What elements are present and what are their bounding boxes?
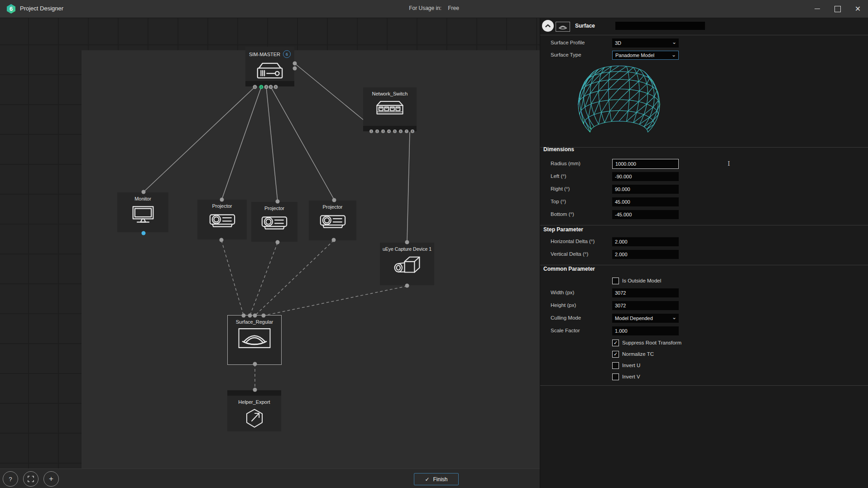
chevron-down-icon: ⌄ <box>672 314 676 321</box>
help-button[interactable]: ? <box>3 471 18 487</box>
width-label: Width (px) <box>551 290 574 295</box>
media-server-icon <box>256 61 284 80</box>
collapse-panel-button[interactable] <box>542 20 554 32</box>
scale-factor-input[interactable] <box>612 326 679 335</box>
fit-view-button[interactable] <box>23 471 38 487</box>
port-surface-regular[interactable] <box>253 314 257 318</box>
port-projector-2[interactable] <box>276 240 280 244</box>
horizontal-delta-label: Horizontal Delta (°) <box>551 239 595 244</box>
chevron-up-icon <box>545 24 551 28</box>
culling-mode-dropdown[interactable]: Model Depended ⌄ <box>612 314 679 323</box>
node-sim-master[interactable]: SIM-MASTER6 <box>245 47 294 86</box>
bottom-angle-input[interactable] <box>612 210 679 219</box>
suppress-root-transform-checkbox[interactable] <box>612 340 619 346</box>
node-network-switch[interactable]: Network_Switch <box>363 87 417 131</box>
vertical-delta-input[interactable] <box>612 250 679 259</box>
minimize-button[interactable] <box>807 0 827 18</box>
usage-value: Free <box>448 5 459 11</box>
port-network-switch[interactable] <box>381 129 385 133</box>
invert-v-checkbox[interactable] <box>612 373 619 380</box>
port-sim-master[interactable] <box>269 85 273 89</box>
port-projector-3[interactable] <box>332 238 336 242</box>
bottom-angle-label: Bottom (°) <box>551 211 574 217</box>
scale-factor-label: Scale Factor <box>551 328 580 333</box>
left-angle-label: Left (°) <box>551 173 566 179</box>
camera-icon <box>393 255 421 276</box>
port-projector-1[interactable] <box>220 198 224 202</box>
height-input[interactable] <box>612 301 679 310</box>
port-ueye-capture-device-1[interactable] <box>405 240 409 244</box>
surface-type-value: Panadome Model <box>615 53 654 58</box>
port-surface-regular[interactable] <box>262 314 266 318</box>
finish-button[interactable]: ✓ Finish <box>414 473 459 485</box>
surface-name-input[interactable] <box>615 22 705 30</box>
top-angle-input[interactable] <box>612 197 679 206</box>
port-helper-export[interactable] <box>253 388 257 392</box>
port-sim-master[interactable] <box>293 67 297 71</box>
node-label: Projector <box>264 206 284 211</box>
port-ueye-capture-device-1[interactable] <box>405 284 409 288</box>
export-icon <box>244 408 265 429</box>
text-cursor-icon: I <box>728 160 730 167</box>
radius-label: Radius (mm) <box>551 161 580 166</box>
port-projector-3[interactable] <box>332 198 336 202</box>
title-bar: 6 Project Designer For Usage in:Free ✕ <box>0 0 868 18</box>
node-label: uEye Capture Device 1 <box>383 246 432 252</box>
port-sim-master[interactable] <box>274 85 278 89</box>
port-monitor[interactable] <box>142 231 146 235</box>
surface-profile-label: Surface Profile <box>551 40 585 45</box>
common-section-title: Common Parameter <box>543 266 595 272</box>
suppress-root-transform-label: Suppress Root Transform <box>622 340 681 345</box>
canvas-work-area[interactable] <box>82 50 540 486</box>
right-angle-label: Right (°) <box>551 186 570 191</box>
port-network-switch[interactable] <box>375 129 379 133</box>
close-button[interactable]: ✕ <box>848 0 868 18</box>
port-network-switch[interactable] <box>393 129 397 133</box>
invert-u-checkbox[interactable] <box>612 362 619 369</box>
normalize-tc-checkbox[interactable] <box>612 351 619 358</box>
port-network-switch[interactable] <box>369 129 373 133</box>
node-label: Projector <box>212 203 232 209</box>
port-surface-regular[interactable] <box>248 314 252 318</box>
node-helper-export[interactable]: Helper_Export <box>227 390 281 431</box>
horizontal-delta-input[interactable] <box>612 237 679 246</box>
is-outside-model-checkbox[interactable] <box>612 277 619 284</box>
width-input[interactable] <box>612 288 679 297</box>
left-angle-input[interactable] <box>612 172 679 181</box>
port-network-switch[interactable] <box>405 129 408 133</box>
culling-mode-label: Culling Mode <box>551 315 581 321</box>
surface-type-icon <box>556 22 570 32</box>
close-icon: ✕ <box>855 5 861 13</box>
port-sim-master[interactable] <box>253 85 257 89</box>
port-surface-regular[interactable] <box>253 362 257 366</box>
node-projector-1[interactable]: Projector <box>197 200 247 239</box>
node-monitor[interactable]: Monitor <box>117 192 168 232</box>
surface-icon <box>237 328 272 349</box>
port-sim-master[interactable] <box>264 85 269 89</box>
surface-profile-dropdown[interactable]: 3D ⌄ <box>612 38 679 48</box>
bottom-bar: ? + ✓ Finish <box>0 469 540 488</box>
port-surface-regular[interactable] <box>242 314 246 318</box>
node-surface-regular[interactable]: Surface_Regular <box>227 315 282 365</box>
radius-input[interactable] <box>612 159 679 169</box>
node-ueye-capture-device-1[interactable]: uEye Capture Device 1 <box>380 243 434 285</box>
invert-v-label: Invert V <box>622 374 640 379</box>
port-sim-master[interactable] <box>293 62 297 66</box>
right-angle-input[interactable] <box>612 185 679 194</box>
port-projector-2[interactable] <box>276 200 280 204</box>
port-projector-1[interactable] <box>220 238 224 242</box>
normalize-tc-label: Normalize TC <box>622 351 654 357</box>
port-network-switch[interactable] <box>387 129 391 133</box>
port-network-switch[interactable] <box>399 129 403 133</box>
node-projector-3[interactable]: Projector <box>309 201 356 240</box>
is-outside-model-label: Is Outside Model <box>622 278 661 283</box>
port-monitor[interactable] <box>142 190 146 194</box>
node-projector-2[interactable]: Projector <box>251 202 297 242</box>
port-sim-master[interactable] <box>259 85 264 89</box>
add-button[interactable]: + <box>43 471 59 487</box>
port-network-switch[interactable] <box>411 129 414 133</box>
surface-type-dropdown[interactable]: Panadome Model ⌄ <box>612 51 679 60</box>
network-switch-icon <box>375 100 405 118</box>
maximize-button[interactable] <box>827 0 848 18</box>
node-label: Helper_Export <box>238 399 270 405</box>
